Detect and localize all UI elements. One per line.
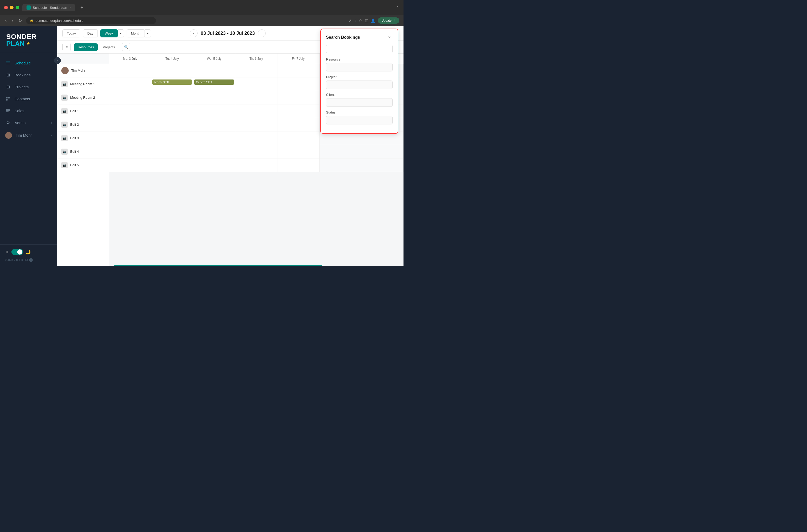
resource-search-input[interactable] <box>326 63 392 72</box>
browser-tab[interactable]: Schedule - Sonderplan × <box>22 4 75 11</box>
booking-general-staff[interactable]: Genera Staff <box>194 79 234 85</box>
month-btn[interactable]: Month <box>127 30 145 37</box>
theme-toggle-track[interactable] <box>12 249 23 255</box>
tim-avatar <box>61 67 69 74</box>
resource-row-edit5: 📷 Edit 5 <box>57 158 109 172</box>
logo-speed-icon: ⚡ <box>26 42 30 46</box>
booking-teaching-staff[interactable]: Teachi Staff <box>152 79 192 85</box>
admin-arrow-icon: › <box>51 121 52 125</box>
svg-rect-4 <box>8 97 10 98</box>
search-panel-close-btn[interactable]: × <box>386 34 392 40</box>
view-tabs: Resources Projects <box>74 43 119 51</box>
sidebar-item-user[interactable]: Tim Mohr › <box>0 129 57 142</box>
back-btn[interactable]: ‹ <box>4 17 7 24</box>
cell-meeting2-tue[interactable] <box>151 91 194 104</box>
admin-icon: ⚙ <box>5 120 11 126</box>
svg-rect-6 <box>6 109 10 110</box>
maximize-window-btn[interactable] <box>16 6 19 10</box>
day-btn[interactable]: Day <box>83 30 98 37</box>
lock-icon: 🔒 <box>30 19 34 22</box>
edit5-icon: 📷 <box>61 162 68 168</box>
sidebar-item-schedule[interactable]: Schedule <box>0 57 57 69</box>
resource-name-meeting1: Meeting Room 1 <box>70 82 95 86</box>
sidebar-item-sales[interactable]: Sales <box>0 105 57 117</box>
meeting1-icon: 📷 <box>61 81 68 87</box>
meeting2-icon: 📷 <box>61 95 68 101</box>
cell-meeting2-wed[interactable] <box>193 91 235 104</box>
projects-icon: ⊟ <box>5 84 11 90</box>
cell-meeting1-wed[interactable]: Genera Staff <box>193 77 235 91</box>
cell-tim-tue[interactable] <box>151 64 194 77</box>
cell-tim-wed[interactable] <box>193 64 235 77</box>
update-chevron-icon: ⋮ <box>392 19 396 22</box>
search-btn[interactable]: 🔍 <box>122 43 130 51</box>
cell-meeting1-fri[interactable] <box>277 77 319 91</box>
bookmark-icon[interactable]: ☆ <box>359 18 362 23</box>
cell-tim-thu[interactable] <box>235 64 277 77</box>
filter-btn[interactable]: ≡ <box>62 43 71 51</box>
search-panel-header: Search Bookings × <box>326 34 392 40</box>
minimize-window-btn[interactable] <box>10 6 14 10</box>
sidebar-item-contacts[interactable]: Contacts <box>0 93 57 105</box>
external-link-icon[interactable]: ↗ <box>349 18 352 23</box>
prev-week-btn[interactable]: ‹ <box>190 30 198 37</box>
main-content: Today Day Week ▾ Month ▾ ‹ 03 Jul 2023 -… <box>57 26 403 266</box>
date-range-label: 03 Jul 2023 - 10 Jul 2023 <box>201 31 255 36</box>
cell-meeting2-thu[interactable] <box>235 91 277 104</box>
share-icon[interactable]: ↑ <box>354 18 356 23</box>
cell-tim-mon[interactable] <box>109 64 151 77</box>
address-bar[interactable]: 🔒 demo.sonderplan.com/schedule <box>26 17 156 24</box>
forward-btn[interactable]: › <box>11 17 14 24</box>
cell-meeting1-mon[interactable] <box>109 77 151 91</box>
sidebar-item-projects[interactable]: ⊟ Projects <box>0 81 57 93</box>
projects-tab[interactable]: Projects <box>99 43 119 51</box>
resource-name-edit3: Edit 3 <box>70 136 79 140</box>
new-tab-btn[interactable]: + <box>78 5 85 11</box>
today-btn[interactable]: Today <box>62 30 80 37</box>
cell-meeting2-mon[interactable] <box>109 91 151 104</box>
month-dropdown-btn[interactable]: ▾ <box>145 30 151 37</box>
refresh-btn[interactable]: ↻ <box>17 17 23 24</box>
project-search-input[interactable] <box>326 80 392 89</box>
search-bookings-panel: Search Bookings × Resource Project Clien… <box>320 28 398 134</box>
close-window-btn[interactable] <box>4 6 8 10</box>
client-field-group: Client <box>326 93 392 107</box>
resource-name-edit1: Edit 1 <box>70 109 79 113</box>
theme-toggle[interactable]: ☀ 🌙 <box>5 249 52 255</box>
resource-row-edit1: 📷 Edit 1 <box>57 104 109 118</box>
theme-toggle-thumb <box>17 249 22 254</box>
sidebar-toggle-icon[interactable]: ▥ <box>365 18 368 23</box>
sidebar-collapse-btn[interactable]: « <box>54 57 61 64</box>
resources-tab[interactable]: Resources <box>74 43 98 51</box>
cell-meeting1-thu[interactable] <box>235 77 277 91</box>
cell-meeting2-fri[interactable] <box>277 91 319 104</box>
sidebar-nav: Schedule ⊞ Bookings ⊟ Projects Contacts <box>0 53 57 244</box>
week-btn[interactable]: Week <box>100 30 118 37</box>
sidebar-item-admin[interactable]: ⚙ Admin › <box>0 117 57 129</box>
cell-meeting1-tue[interactable]: Teachi Staff <box>151 77 194 91</box>
client-search-input[interactable] <box>326 98 392 107</box>
resource-row-edit3: 📷 Edit 3 <box>57 131 109 145</box>
resource-row-edit2: 📷 Edit 2 <box>57 118 109 131</box>
profile-icon[interactable]: 👤 <box>371 18 375 23</box>
tab-close-btn[interactable]: × <box>69 6 71 10</box>
header-tue: Tu, 4 July <box>151 54 194 64</box>
next-week-btn[interactable]: › <box>258 30 266 37</box>
maximize-icon[interactable]: ⌃ <box>396 5 399 10</box>
resource-name-edit4: Edit 4 <box>70 150 79 153</box>
sidebar-label-bookings: Bookings <box>15 73 31 77</box>
sidebar-item-bookings[interactable]: ⊞ Bookings <box>0 69 57 81</box>
resource-name-edit2: Edit 2 <box>70 122 79 127</box>
sidebar-bottom: ☀ 🌙 v2023.7.0.1 BETA i <box>0 244 57 266</box>
browser-actions: ↗ ↑ ☆ ▥ 👤 Update ⋮ <box>349 17 399 24</box>
version-text: v2023.7.0.1 BETA <box>5 259 28 262</box>
update-btn[interactable]: Update ⋮ <box>378 17 399 24</box>
status-label: Status <box>326 110 392 114</box>
status-search-input[interactable] <box>326 116 392 125</box>
search-bookings-input[interactable] <box>326 45 392 53</box>
week-dropdown-btn[interactable]: ▾ <box>118 30 124 37</box>
sales-icon <box>5 108 11 114</box>
cell-tim-fri[interactable] <box>277 64 319 77</box>
svg-rect-1 <box>6 63 10 63</box>
url-text: demo.sonderplan.com/schedule <box>36 19 84 23</box>
